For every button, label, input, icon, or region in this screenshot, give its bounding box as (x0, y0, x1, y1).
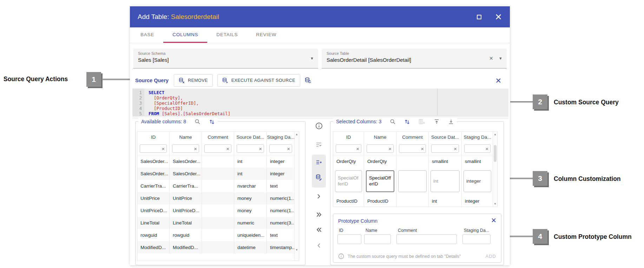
tab-columns[interactable]: COLUMNS (163, 27, 207, 43)
filter-input[interactable]: × (237, 144, 264, 153)
close-prototype-icon[interactable]: ✕ (491, 217, 497, 224)
filter-input[interactable]: × (367, 144, 394, 153)
filter-input[interactable]: × (431, 144, 459, 153)
tab-details[interactable]: DETAILS (207, 27, 247, 43)
sort-icon[interactable] (404, 119, 410, 125)
chevron-down-icon[interactable]: ▼ (499, 56, 502, 60)
move-to-top-icon[interactable] (434, 119, 440, 125)
clear-filter-icon[interactable]: × (226, 146, 229, 151)
info-icon[interactable] (312, 122, 326, 130)
table-cell (202, 168, 234, 180)
prototype-comment-input[interactable] (396, 234, 457, 244)
table-row[interactable]: UnitPriceD...UnitPriceD...moneynumeric(1… (137, 204, 299, 217)
column-header[interactable]: Source Dat... (234, 132, 267, 142)
table-cell: OrderQty (364, 155, 396, 168)
clear-icon[interactable]: × (489, 55, 493, 61)
add-column-icon[interactable] (312, 159, 326, 165)
scrollbar-thumb[interactable] (494, 145, 497, 162)
scroll-down-icon[interactable]: ▼ (493, 202, 497, 205)
add-prototype-button[interactable]: ADD (486, 254, 496, 259)
filter-input[interactable]: × (140, 144, 167, 153)
tab-review[interactable]: REVIEW (247, 27, 285, 43)
sort-icon[interactable] (209, 119, 215, 125)
column-header[interactable]: Name (364, 132, 396, 142)
maximize-icon[interactable] (477, 15, 481, 19)
table-row[interactable]: ModifiedD...ModifiedD...datetimetimestam… (137, 241, 299, 254)
move-right-icon[interactable] (312, 193, 326, 200)
sql-identifier: [OrderQty], (149, 95, 183, 100)
filter-input[interactable]: × (399, 144, 426, 153)
editing-row[interactable]: SpecialOfferIDSpecialOfferIDintinteger (333, 168, 497, 195)
sql-editor[interactable]: 12345 SELECT [OrderQty], [SpecialOfferID… (132, 89, 508, 116)
scroll-up-icon[interactable]: ▲ (493, 133, 497, 136)
clear-filter-icon[interactable]: × (162, 146, 165, 151)
table-row[interactable]: UnitPriceUnitPricemoneynumeric(1... (137, 192, 299, 204)
clear-filter-icon[interactable]: × (259, 146, 262, 151)
edit-staging-input[interactable]: integer (464, 170, 491, 192)
download-icon[interactable] (448, 119, 454, 125)
filter-cell: × (462, 142, 493, 155)
scroll-down-icon[interactable]: ▼ (295, 248, 299, 251)
table-row[interactable]: LineTotalLineTotalnumericnumeric(3... (137, 217, 299, 229)
close-icon[interactable]: ✕ (495, 13, 502, 21)
prototype-id-input[interactable] (337, 234, 361, 244)
filter-input[interactable]: × (172, 144, 199, 153)
search-icon[interactable] (390, 119, 396, 125)
prototype-field: Staging Da... (462, 228, 491, 244)
chevron-down-icon[interactable]: ▼ (310, 56, 314, 60)
edit-source-input[interactable]: int (431, 170, 460, 192)
filter-input[interactable]: × (204, 144, 231, 153)
database-refresh-icon[interactable] (305, 77, 311, 84)
column-header[interactable]: Staging Da... (462, 132, 493, 142)
column-header[interactable]: ID (137, 132, 170, 142)
column-header[interactable]: Name (170, 132, 202, 142)
tab-base[interactable]: BASE (131, 27, 163, 43)
search-icon[interactable] (195, 119, 201, 125)
table-row[interactable]: ProductIDProductIDintinteger (333, 195, 497, 207)
scroll-up-icon[interactable]: ▲ (295, 133, 299, 136)
clear-filter-icon[interactable]: × (454, 146, 457, 151)
close-query-icon[interactable]: ✕ (495, 77, 501, 84)
clear-filter-icon[interactable]: × (388, 146, 392, 151)
prototype-name-input[interactable] (364, 234, 391, 244)
column-header[interactable]: Source Dat... (429, 132, 462, 142)
move-all-left-icon[interactable] (312, 227, 326, 233)
source-table-field[interactable]: Source Table SalesOrderDetail [SalesOrde… (322, 48, 507, 68)
execute-against-source-button[interactable]: EXECUTE AGAINST SOURCE (217, 74, 300, 87)
column-header[interactable]: ID (333, 132, 364, 142)
table-cell: numeric (234, 217, 267, 229)
clear-filter-icon[interactable]: × (194, 146, 197, 151)
filter-input[interactable]: × (336, 144, 361, 153)
table-row[interactable]: OrderQtyOrderQtysmallintsmallint (333, 155, 497, 168)
move-left-icon[interactable] (312, 242, 326, 249)
table-cell: OrderQty (333, 155, 364, 168)
filter-input[interactable]: × (464, 144, 491, 153)
table-row[interactable]: rowguidrowguiduniqueiden...text (137, 229, 299, 241)
clear-filter-icon[interactable]: × (356, 146, 359, 151)
vertical-scrollbar[interactable]: ▲▼ (294, 132, 299, 261)
sql-line-number: 5 (132, 111, 142, 116)
column-header[interactable]: Comment (202, 132, 234, 142)
source-schema-field[interactable]: Source Schema Sales [Sales] ▼ (133, 48, 318, 68)
edit-comment-input[interactable] (398, 170, 427, 192)
table-row[interactable]: SalesOrder...SalesOrder...intinteger (137, 155, 299, 168)
clear-filter-icon[interactable]: × (421, 146, 424, 151)
vertical-scrollbar[interactable]: ▲▼ (493, 132, 497, 207)
table-row[interactable]: SalesOrder...SalesOrder...intinteger (137, 168, 299, 180)
remove-query-button[interactable]: REMOVE (174, 74, 213, 87)
clear-filter-icon[interactable]: × (485, 146, 488, 151)
table-cell: numeric(3... (267, 217, 295, 229)
edit-name-input[interactable]: SpecialOfferID (366, 170, 394, 192)
source-table-label: Source Table (327, 51, 502, 55)
clear-filter-icon[interactable]: × (287, 146, 290, 151)
wrap-text-icon[interactable] (312, 142, 326, 148)
sql-line-number: 4 (132, 106, 142, 111)
prototype-stagingda-input[interactable] (462, 234, 491, 244)
column-header[interactable]: Staging Da... (267, 132, 295, 142)
move-all-right-icon[interactable] (312, 211, 326, 218)
edit-id-input[interactable]: SpecialOfferID (335, 170, 362, 192)
filter-input[interactable]: × (269, 144, 292, 153)
column-header[interactable]: Comment (396, 132, 429, 142)
edit-columns-icon[interactable] (312, 174, 326, 181)
table-row[interactable]: CarrierTra...CarrierTra...nvarchartext (137, 180, 299, 192)
